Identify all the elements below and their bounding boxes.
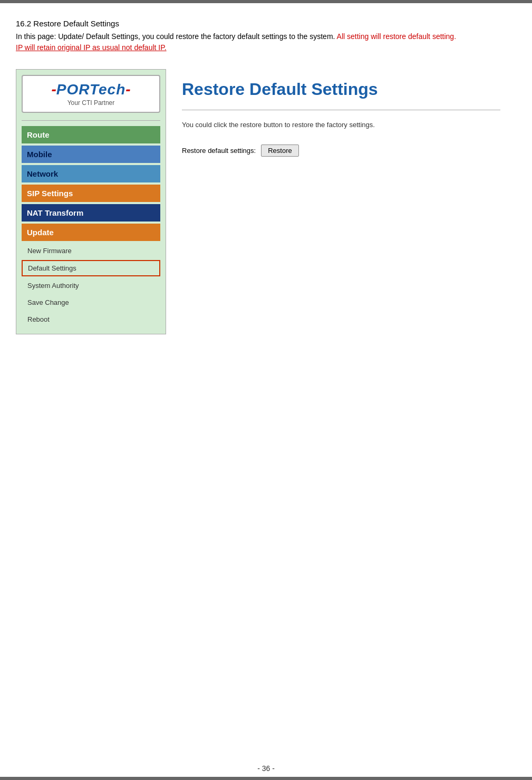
bottom-border xyxy=(0,777,532,780)
logo-tagline: Your CTI Partner xyxy=(28,99,154,107)
intro-section: 16.2 Restore Default Settings In this pa… xyxy=(16,19,516,53)
nav-item-nat[interactable]: NAT Transform xyxy=(22,204,160,222)
nav-item-mobile[interactable]: Mobile xyxy=(22,146,160,163)
restore-row: Restore default settings: Restore xyxy=(182,145,500,157)
logo-dash: - xyxy=(51,81,56,98)
logo-dash2: - xyxy=(125,81,130,98)
sidebar-divider xyxy=(22,120,160,121)
intro-red-underline: IP will retain original IP as usual not … xyxy=(16,43,167,52)
logo: -PORTech- xyxy=(28,81,154,98)
sidebar: -PORTech- Your CTI Partner Route Mobile … xyxy=(16,69,166,334)
main-layout: -PORTech- Your CTI Partner Route Mobile … xyxy=(16,69,516,334)
nav-item-network[interactable]: Network xyxy=(22,165,160,182)
nav-sub-new-firmware[interactable]: New Firmware xyxy=(22,243,160,258)
nav-sub-reboot[interactable]: Reboot xyxy=(22,312,160,327)
logo-area: -PORTech- Your CTI Partner xyxy=(22,75,160,113)
intro-paragraph: In this page: Update/ Default Settings, … xyxy=(16,31,516,53)
nav-item-sip[interactable]: SIP Settings xyxy=(22,185,160,202)
nav-item-route[interactable]: Route xyxy=(22,126,160,143)
nav-sub-system-authority[interactable]: System Authority xyxy=(22,278,160,293)
intro-red-text: All setting will restore default setting… xyxy=(337,32,456,41)
panel-divider xyxy=(182,110,500,110)
nav-sub-default-settings[interactable]: Default Settings xyxy=(22,260,160,276)
nav-sub-save-change[interactable]: Save Change xyxy=(22,295,160,310)
right-panel: Restore Default Settings You could click… xyxy=(166,69,516,167)
restore-button[interactable]: Restore xyxy=(261,145,299,157)
description-text: You could click the restore button to re… xyxy=(182,121,500,129)
section-heading: 16.2 Restore Default Settings xyxy=(16,19,516,28)
restore-label: Restore default settings: xyxy=(182,147,256,155)
intro-text-plain: In this page: Update/ Default Settings, … xyxy=(16,32,335,41)
logo-text: PORTech xyxy=(56,81,125,98)
page-number: - 36 - xyxy=(257,764,275,773)
nav-item-update[interactable]: Update xyxy=(22,224,160,241)
page-title: Restore Default Settings xyxy=(182,80,500,99)
